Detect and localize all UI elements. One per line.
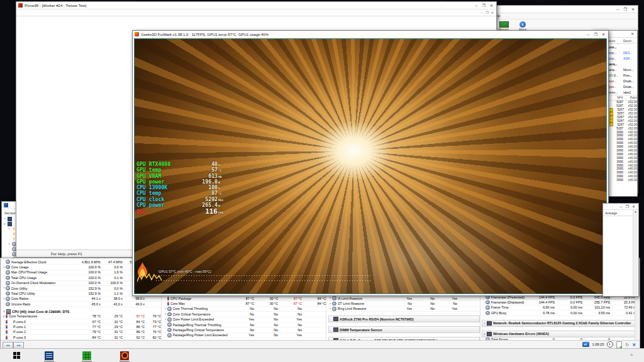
sensor-row[interactable]: CPU Package 87 °C 30 °C 97 °C 84 °C	[164, 296, 326, 301]
sensor-icon	[167, 322, 172, 327]
device-section-header[interactable]: ASRock Z790 Pro RS/D4 (Nuvoton NCT6796D)	[328, 315, 480, 322]
logging-report-icon[interactable]	[616, 341, 622, 348]
sensor-row[interactable]: Package/Ring Power Limit Exceeded Yes No…	[164, 333, 326, 338]
page-prev-next-button[interactable]: ◄►	[13, 342, 24, 349]
sensor-value-current: 100.0 %	[79, 265, 101, 269]
sensor-row[interactable]: > Core Power Limit Exceeded Yes No Yes	[164, 317, 326, 322]
sensor-row[interactable]: Package/Ring Critical Temperature No No …	[164, 327, 326, 332]
sensor-row[interactable]: > GT Limit Reasons No No No	[328, 301, 480, 306]
whea-section-header[interactable]: v Windows Hardware Errors (WHEA)	[482, 331, 638, 337]
sensor-value-min: 43.0 x	[101, 302, 123, 306]
maximize-icon[interactable]: ❐	[624, 8, 627, 11]
reset-values-icon[interactable]: ↻	[625, 343, 629, 347]
core-ratio: x40.00	[623, 149, 637, 152]
taskbar-item-furmark[interactable]	[117, 349, 132, 362]
sensor-icon	[6, 297, 10, 301]
taskbar[interactable]: ^	[0, 348, 644, 362]
start-button[interactable]	[9, 349, 24, 362]
sensor-row[interactable]: Uncore Ratio 45.0 x 43.0 x 49.0 x	[2, 302, 161, 307]
network-section-header[interactable]: > Network: Realtek Semiconductor RTL8125…	[482, 320, 638, 327]
minimize-icon[interactable]: ─	[616, 8, 619, 11]
sensor-value-min: 1.6 %	[101, 270, 123, 274]
sensor-value-avg: 84 °C	[302, 302, 326, 305]
scroll-up-icon[interactable]: ▲	[634, 210, 636, 213]
sensor-row[interactable]: v Core Temperatures 78 °C 29 °C 97 °C 76…	[2, 314, 161, 319]
close-sensors-icon[interactable]: ✕	[632, 343, 636, 347]
sensor-row[interactable]: > Core Ratios 44.1 x 38.0 x 58.0 x	[2, 297, 161, 302]
thermometer-icon	[6, 320, 8, 324]
remote-sensor-icon[interactable]: ⇄	[582, 342, 589, 347]
description-column-header: Descr...	[623, 39, 637, 43]
sensor-row[interactable]: > Ring Limit Reasons Yes No Yes	[328, 307, 480, 312]
clock-icon[interactable]	[607, 341, 613, 348]
sensor-row[interactable]: P-core 3 84 °C 31 °C 92 °C 82 °C	[2, 335, 161, 340]
osd-stat-unit: W	[218, 181, 226, 184]
sensors-footer-toolbar[interactable]: ◄► ◄► ⇄ 1:08:25 ↻ ✕	[1, 340, 640, 348]
prime95-titlebar[interactable]: Prime95 - [Worker #24 - Torture Test] ─ …	[16, 2, 496, 9]
expander-icon[interactable]: >	[8, 227, 12, 231]
thermometer-icon	[6, 330, 8, 334]
sensor-icon	[6, 292, 10, 296]
section-title: CPU [#0]: Intel Core i9-13900K: DTS	[12, 310, 69, 314]
page-prev-next-button[interactable]: ◄►	[3, 342, 13, 349]
furmark-titlebar[interactable]: Geeks3D FurMark v1.38.1.0 - 117FPS, GPU1…	[133, 31, 608, 38]
feature-value: DES...	[623, 51, 637, 55]
sensor-icon	[6, 286, 10, 290]
close-icon[interactable]: ✕	[631, 8, 635, 11]
sensor-row[interactable]: Core Max 87 °C 30 °C 97 °C 84 °C	[164, 301, 326, 306]
cpu-dts-section-header[interactable]: v CPU [#0]: Intel Core i9-13900K: DTS	[2, 309, 161, 314]
minimize-icon[interactable]: ─	[619, 205, 622, 209]
hwinfo-average-column-window[interactable]: ─ ❐ ✕ Average ▲	[602, 203, 639, 297]
sensor-row[interactable]: Package/Ring Thermal Throttling No No No	[164, 322, 326, 327]
core-mhz: 3990	[612, 156, 623, 160]
sensor-value-current: 87 °C	[230, 302, 254, 305]
close-icon[interactable]: ✕	[490, 4, 493, 8]
sensor-row[interactable]: P-core 0 67 °C 31 °C 84 °C 73 °C	[2, 319, 161, 324]
sensor-row[interactable]: GPU Busy 0.78 ms 0.00 ms 3.59 ms 0.41 ms	[482, 310, 638, 315]
sensor-value-current: 0.78 ms	[527, 311, 555, 315]
tray-chevron-icon[interactable]: ^	[630, 353, 633, 358]
taskbar-item-hwinfo[interactable]	[42, 349, 57, 362]
sensor-label: Frame Time	[491, 305, 528, 309]
close-icon[interactable]: ✕	[631, 32, 634, 36]
sensor-value-min: 0.0 %	[101, 287, 123, 290]
vertical-scrollbar[interactable]: ▲	[633, 210, 638, 295]
tree-item-icon	[8, 217, 12, 221]
close-icon[interactable]: ✕	[632, 205, 635, 209]
minimize-icon[interactable]: ─	[587, 33, 589, 36]
mdi-restore-icon[interactable]: ❐	[486, 11, 488, 14]
sensor-icon	[167, 333, 172, 337]
mdi-close-icon[interactable]: ✕	[491, 11, 494, 14]
sensor-value-min: No	[254, 317, 278, 321]
expander-icon[interactable]: v	[2, 310, 6, 313]
sensor-label: On-Demand Clock Modulation	[11, 281, 79, 285]
sensor-value-max: 255.7 FPS	[582, 300, 610, 304]
sensor-value-max: 97 °C	[123, 314, 145, 318]
expander-icon[interactable]: v	[482, 332, 487, 336]
maximize-icon[interactable]: ❐	[626, 205, 629, 209]
mdi-minimize-icon[interactable]: ─	[481, 11, 484, 14]
maximize-icon[interactable]: ❐	[482, 4, 486, 8]
sensor-row[interactable]: > IA Limit Reasons Yes No Yes	[328, 296, 480, 301]
expander-icon[interactable]: >	[482, 322, 487, 325]
feature-value: Disab...	[623, 79, 637, 83]
sensor-row[interactable]: > Core Thermal Throttling No No No	[164, 307, 326, 312]
average-window-titlebar[interactable]: ─ ❐ ✕	[603, 204, 638, 210]
close-icon[interactable]: ✕	[602, 33, 605, 36]
sensor-row[interactable]: Frame Time 6.90 ms 0.00 ms 101.23 ms 72.…	[482, 305, 638, 310]
taskbar-item-prime95[interactable]	[79, 349, 94, 362]
sensor-value-min: 31 °C	[101, 330, 123, 334]
sensor-value-current: 45.0 x	[79, 302, 101, 306]
sensor-value-max: Yes	[278, 317, 302, 321]
core-mhz: 3990	[612, 141, 623, 145]
maximize-icon[interactable]: ❐	[594, 33, 597, 36]
minimize-icon[interactable]: ─	[475, 4, 477, 8]
sensor-icon	[486, 311, 490, 315]
mdi-window-controls[interactable]: ─ ❐ ✕	[481, 11, 496, 14]
sensor-row[interactable]: P-core 1 77 °C 29 °C 86 °C 77 °C	[2, 324, 161, 329]
sensor-row[interactable]: Framerate (Displayed) 144.4 FPS 0.0 FPS …	[482, 300, 638, 305]
sensor-row[interactable]: > Core Critical Temperature No No No	[164, 312, 326, 317]
device-section-header[interactable]: DIMM Temperature Sensor	[328, 326, 480, 333]
furmark-window[interactable]: Geeks3D FurMark v1.38.1.0 - 117FPS, GPU1…	[132, 30, 609, 296]
sensor-row[interactable]: P-core 2 79 °C 31 °C 86 °C 76 °C	[2, 330, 161, 335]
